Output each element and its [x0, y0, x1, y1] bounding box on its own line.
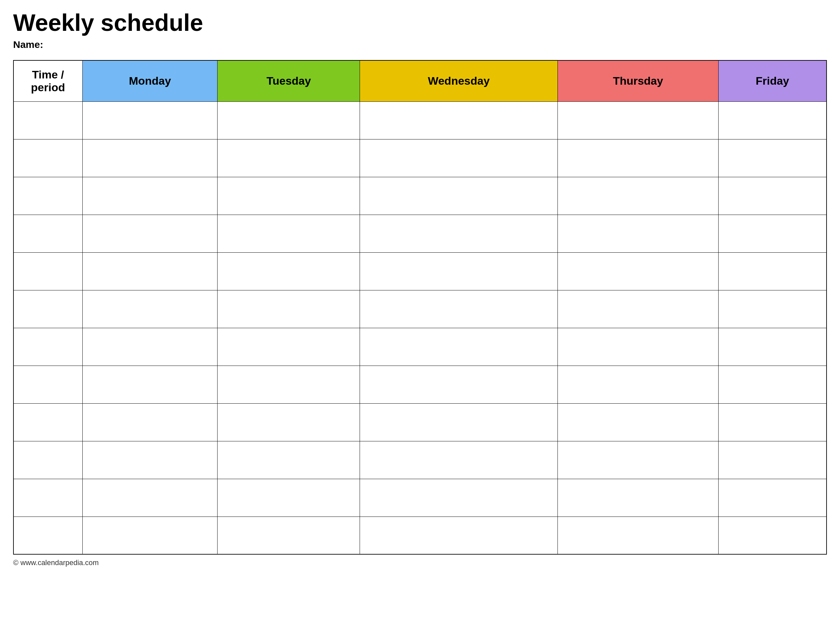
- page-title: Weekly schedule: [13, 10, 827, 36]
- table-row[interactable]: [13, 517, 827, 554]
- day-cell[interactable]: [557, 139, 718, 177]
- day-cell[interactable]: [557, 215, 718, 252]
- table-row[interactable]: [13, 177, 827, 215]
- time-cell[interactable]: [13, 517, 82, 554]
- day-cell[interactable]: [360, 290, 557, 328]
- day-cell[interactable]: [82, 403, 218, 441]
- day-cell[interactable]: [718, 479, 827, 517]
- day-cell[interactable]: [718, 177, 827, 215]
- schedule-table: Time / period Monday Tuesday Wednesday T…: [13, 60, 827, 555]
- day-cell[interactable]: [557, 365, 718, 403]
- day-cell[interactable]: [82, 215, 218, 252]
- col-header-tuesday: Tuesday: [218, 60, 360, 101]
- table-row[interactable]: [13, 403, 827, 441]
- day-cell[interactable]: [360, 479, 557, 517]
- col-header-friday: Friday: [718, 60, 827, 101]
- day-cell[interactable]: [718, 517, 827, 554]
- col-header-time: Time / period: [13, 60, 82, 101]
- day-cell[interactable]: [557, 177, 718, 215]
- time-cell[interactable]: [13, 252, 82, 290]
- day-cell[interactable]: [718, 215, 827, 252]
- col-header-wednesday: Wednesday: [360, 60, 557, 101]
- table-row[interactable]: [13, 139, 827, 177]
- day-cell[interactable]: [218, 177, 360, 215]
- day-cell[interactable]: [218, 215, 360, 252]
- day-cell[interactable]: [557, 252, 718, 290]
- time-cell[interactable]: [13, 479, 82, 517]
- table-row[interactable]: [13, 328, 827, 365]
- day-cell[interactable]: [218, 139, 360, 177]
- time-cell[interactable]: [13, 403, 82, 441]
- day-cell[interactable]: [360, 328, 557, 365]
- col-header-monday: Monday: [82, 60, 218, 101]
- day-cell[interactable]: [82, 252, 218, 290]
- day-cell[interactable]: [82, 441, 218, 479]
- name-label: Name:: [13, 39, 827, 50]
- day-cell[interactable]: [360, 441, 557, 479]
- day-cell[interactable]: [360, 215, 557, 252]
- day-cell[interactable]: [218, 252, 360, 290]
- day-cell[interactable]: [557, 328, 718, 365]
- day-cell[interactable]: [557, 517, 718, 554]
- col-header-thursday: Thursday: [557, 60, 718, 101]
- day-cell[interactable]: [360, 139, 557, 177]
- day-cell[interactable]: [82, 101, 218, 139]
- day-cell[interactable]: [218, 441, 360, 479]
- time-cell[interactable]: [13, 290, 82, 328]
- day-cell[interactable]: [718, 403, 827, 441]
- day-cell[interactable]: [218, 479, 360, 517]
- time-cell[interactable]: [13, 215, 82, 252]
- day-cell[interactable]: [718, 290, 827, 328]
- day-cell[interactable]: [82, 328, 218, 365]
- table-row[interactable]: [13, 365, 827, 403]
- day-cell[interactable]: [82, 177, 218, 215]
- time-cell[interactable]: [13, 441, 82, 479]
- day-cell[interactable]: [718, 365, 827, 403]
- day-cell[interactable]: [218, 101, 360, 139]
- day-cell[interactable]: [557, 479, 718, 517]
- footer-credit: © www.calendarpedia.com: [13, 558, 827, 567]
- table-row[interactable]: [13, 290, 827, 328]
- day-cell[interactable]: [360, 177, 557, 215]
- day-cell[interactable]: [557, 101, 718, 139]
- day-cell[interactable]: [557, 441, 718, 479]
- day-cell[interactable]: [82, 290, 218, 328]
- time-cell[interactable]: [13, 177, 82, 215]
- day-cell[interactable]: [218, 365, 360, 403]
- time-cell[interactable]: [13, 365, 82, 403]
- table-row[interactable]: [13, 215, 827, 252]
- day-cell[interactable]: [82, 517, 218, 554]
- day-cell[interactable]: [82, 479, 218, 517]
- day-cell[interactable]: [218, 328, 360, 365]
- table-row[interactable]: [13, 441, 827, 479]
- day-cell[interactable]: [360, 101, 557, 139]
- table-row[interactable]: [13, 252, 827, 290]
- time-cell[interactable]: [13, 139, 82, 177]
- day-cell[interactable]: [718, 101, 827, 139]
- day-cell[interactable]: [218, 403, 360, 441]
- day-cell[interactable]: [718, 252, 827, 290]
- day-cell[interactable]: [360, 365, 557, 403]
- day-cell[interactable]: [360, 252, 557, 290]
- day-cell[interactable]: [718, 139, 827, 177]
- table-row[interactable]: [13, 479, 827, 517]
- day-cell[interactable]: [557, 403, 718, 441]
- day-cell[interactable]: [360, 403, 557, 441]
- day-cell[interactable]: [82, 365, 218, 403]
- day-cell[interactable]: [218, 517, 360, 554]
- time-cell[interactable]: [13, 101, 82, 139]
- day-cell[interactable]: [218, 290, 360, 328]
- day-cell[interactable]: [557, 290, 718, 328]
- table-row[interactable]: [13, 101, 827, 139]
- day-cell[interactable]: [360, 517, 557, 554]
- day-cell[interactable]: [718, 328, 827, 365]
- day-cell[interactable]: [718, 441, 827, 479]
- time-cell[interactable]: [13, 328, 82, 365]
- day-cell[interactable]: [82, 139, 218, 177]
